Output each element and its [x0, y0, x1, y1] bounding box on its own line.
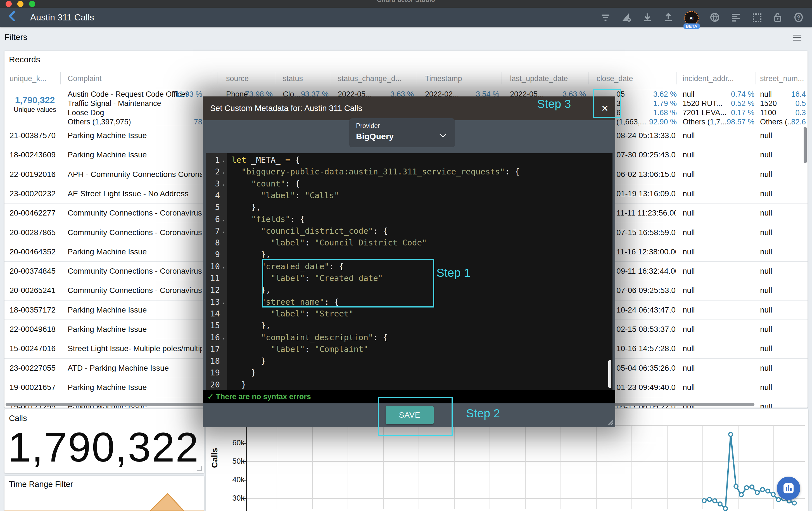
- cell-complaint: Street Light Issue- Multiple poles/multi…: [68, 344, 202, 353]
- line-number: 7: [206, 226, 220, 236]
- data-point[interactable]: [734, 484, 738, 488]
- data-point[interactable]: [792, 501, 796, 505]
- dot-grid-icon[interactable]: [752, 12, 762, 22]
- line-number: 1: [206, 155, 220, 165]
- cell-incident-address: null: [683, 383, 750, 392]
- cell-close-date: 11-11 11:23:56.000: [616, 208, 676, 218]
- fold-caret-icon: [220, 242, 227, 244]
- data-point[interactable]: [702, 499, 706, 503]
- resize-handle-icon[interactable]: [197, 466, 202, 471]
- summary-percent[interactable]: 82.6: [791, 118, 806, 126]
- editor-scrollbar[interactable]: [608, 360, 611, 388]
- summary-percent[interactable]: 98.57 %: [727, 118, 754, 126]
- cell-complaint: Parking Machine Issue: [68, 131, 202, 140]
- back-button[interactable]: [7, 11, 20, 24]
- summary-value: Loose Dog: [68, 109, 104, 117]
- upload-icon[interactable]: [663, 12, 673, 22]
- column-separator: [217, 72, 218, 84]
- code-line: 19 }: [206, 367, 612, 378]
- traffic-light-minimize[interactable]: [17, 1, 24, 7]
- cell-close-date: 02-15 08:53:37.000: [616, 325, 676, 334]
- fold-caret-icon[interactable]: ▾: [220, 334, 227, 341]
- fold-caret-icon[interactable]: ▾: [220, 263, 227, 270]
- data-point[interactable]: [761, 487, 764, 491]
- data-point[interactable]: [723, 507, 727, 510]
- cell-incident-address: null: [683, 247, 750, 256]
- column-separator: [416, 72, 416, 84]
- summary-percent[interactable]: 3.62 %: [653, 90, 677, 99]
- line-number: 3: [206, 179, 220, 189]
- cell-complaint: ATD - Parking Machine Issue: [68, 364, 202, 373]
- data-point[interactable]: [766, 489, 770, 493]
- data-point[interactable]: [713, 499, 717, 503]
- fold-caret-icon[interactable]: ▾: [220, 299, 227, 305]
- data-point[interactable]: [745, 486, 749, 490]
- download-icon[interactable]: [642, 12, 652, 22]
- filters-section-title: Filters: [4, 32, 27, 42]
- column-separator: [588, 72, 588, 84]
- time-range-area-chart[interactable]: [4, 492, 204, 511]
- data-point[interactable]: [750, 485, 754, 489]
- cell-unique-key: 18-00357172: [9, 306, 63, 314]
- summary-percent[interactable]: 1.79 %: [653, 99, 677, 108]
- traffic-light-close[interactable]: [6, 1, 12, 7]
- provider-dropdown[interactable]: Provider BigQuery: [349, 118, 455, 147]
- fold-caret-icon[interactable]: ▾: [220, 157, 227, 163]
- vertical-scrollbar[interactable]: [804, 127, 807, 163]
- fold-caret-icon[interactable]: ▾: [220, 180, 227, 187]
- fold-caret-icon[interactable]: ▾: [220, 216, 227, 223]
- data-point[interactable]: [755, 490, 759, 494]
- summary-percent[interactable]: 16.4: [791, 90, 806, 99]
- line-number: 2: [206, 167, 220, 176]
- align-lines-icon[interactable]: [731, 12, 741, 22]
- globe-icon[interactable]: [710, 12, 720, 22]
- provider-selected-value: BigQuery: [356, 132, 394, 141]
- data-point[interactable]: [777, 498, 780, 502]
- summary-percent[interactable]: 0.74 %: [731, 90, 754, 99]
- data-point[interactable]: [718, 502, 722, 506]
- summary-percent[interactable]: 0.52 %: [731, 99, 754, 108]
- summary-percent[interactable]: 0.3: [795, 109, 806, 117]
- column-header-9: incident_addr...: [683, 74, 734, 83]
- syntax-status-text: ✓ There are no syntax errors: [207, 392, 311, 401]
- data-settings-icon[interactable]: [621, 12, 632, 22]
- cell-close-date: 01-19 13:16:09.000: [616, 189, 676, 198]
- cell-unique-key: 20-00464352: [9, 247, 63, 256]
- summary-percent[interactable]: 11.93 %: [175, 90, 202, 99]
- data-point[interactable]: [771, 492, 775, 496]
- lock-icon[interactable]: [773, 12, 783, 22]
- modal-resize-handle[interactable]: [606, 418, 614, 425]
- filters-menu-icon[interactable]: [793, 35, 802, 41]
- toolbar-icons: AI BETA: [601, 8, 804, 27]
- help-icon[interactable]: ?: [793, 12, 804, 22]
- summary-percent[interactable]: 92.90 %: [649, 118, 677, 126]
- provider-label: Provider: [356, 122, 380, 130]
- fold-caret-icon[interactable]: ▾: [220, 168, 227, 175]
- summary-value: 05: [616, 90, 625, 99]
- fold-caret-icon[interactable]: ▾: [220, 228, 227, 234]
- editor-status-bar: ✓ There are no syntax errors: [203, 390, 615, 403]
- metadata-code-editor[interactable]: 1▾let _META_ = {2▾ "bigquery-public-data…: [206, 153, 612, 390]
- close-icon[interactable]: ✕: [601, 103, 609, 114]
- filter-icon[interactable]: [601, 12, 611, 22]
- summary-percent[interactable]: 78: [194, 118, 202, 126]
- column-header-1: unique_k...: [9, 74, 47, 83]
- column-header-7: last_update_date: [510, 74, 568, 83]
- summary-percent[interactable]: 1.68 %: [653, 109, 677, 117]
- column-header-3: source: [226, 74, 249, 83]
- ai-assistant-button[interactable]: AI BETA: [684, 11, 699, 25]
- cell-street-number: null: [760, 306, 808, 314]
- save-button[interactable]: SAVE: [386, 406, 434, 424]
- data-point[interactable]: [707, 497, 712, 501]
- code-text: "created_date": {: [227, 262, 344, 271]
- summary-percent[interactable]: 0.5: [795, 99, 806, 108]
- cell-unique-key: 20-00462277: [9, 208, 63, 218]
- data-point[interactable]: [729, 432, 733, 436]
- back-chevron-icon: [7, 11, 17, 21]
- data-point[interactable]: [740, 493, 743, 497]
- chart-fab-button[interactable]: [777, 477, 800, 500]
- traffic-light-zoom[interactable]: [29, 1, 35, 7]
- code-text: "count": {: [227, 179, 300, 189]
- summary-percent[interactable]: 0.17 %: [731, 109, 754, 117]
- cell-incident-address: null: [683, 364, 750, 373]
